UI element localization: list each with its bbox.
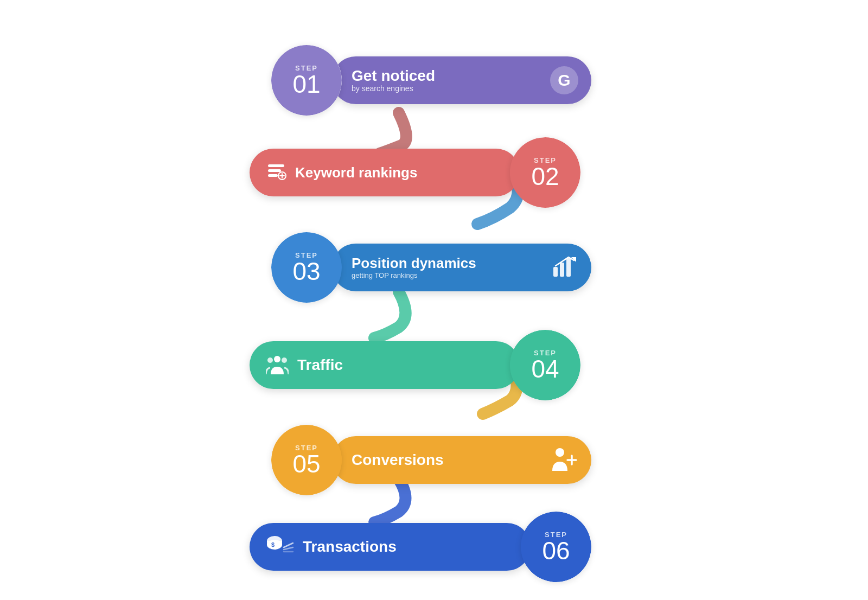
svg-rect-2 bbox=[268, 174, 278, 177]
step-05-circle: STEP 05 bbox=[271, 425, 342, 495]
step-06-title: Transactions bbox=[303, 539, 397, 556]
step-01-title: Get noticed bbox=[352, 68, 435, 85]
step-05-num: 05 bbox=[292, 451, 320, 476]
svg-line-20 bbox=[284, 543, 293, 547]
step-03-subtitle: getting TOP rankings bbox=[352, 271, 476, 279]
step-03-title: Position dynamics bbox=[352, 256, 476, 271]
step-04-num: 04 bbox=[531, 356, 559, 381]
step-06-num: 06 bbox=[542, 538, 570, 563]
svg-text:$: $ bbox=[271, 541, 275, 548]
svg-rect-7 bbox=[560, 263, 564, 277]
step-02-circle: STEP 02 bbox=[510, 137, 580, 208]
step-06-pill: $ Transactions bbox=[250, 523, 531, 571]
step-02-num: 02 bbox=[531, 164, 559, 189]
svg-rect-8 bbox=[566, 258, 571, 277]
svg-rect-0 bbox=[268, 164, 284, 167]
step-01-row: STEP 01 Get noticed by search engines G bbox=[271, 45, 591, 116]
step-06-circle: STEP 06 bbox=[521, 512, 591, 582]
step-02-pill: Keyword rankings bbox=[250, 149, 520, 196]
step-03-num: 03 bbox=[292, 259, 320, 284]
step-06-row: $ Transactions STEP 06 bbox=[250, 512, 591, 582]
step-01-circle: STEP 01 bbox=[271, 45, 342, 116]
svg-rect-6 bbox=[553, 267, 558, 277]
step-05-pill: Conversions bbox=[332, 436, 591, 484]
transactions-icon: $ bbox=[266, 535, 294, 558]
step-03-pill: Position dynamics getting TOP rankings bbox=[332, 244, 591, 291]
svg-rect-1 bbox=[268, 169, 281, 172]
step-04-title: Traffic bbox=[297, 357, 343, 374]
google-icon: G bbox=[550, 66, 578, 94]
svg-point-13 bbox=[556, 448, 564, 457]
step-04-row: Traffic STEP 04 bbox=[250, 330, 580, 400]
svg-point-10 bbox=[274, 356, 280, 362]
svg-point-12 bbox=[282, 358, 287, 363]
svg-line-21 bbox=[284, 547, 293, 550]
infographic: STEP 01 Get noticed by search engines G bbox=[244, 34, 624, 566]
step-01-subtitle: by search engines bbox=[352, 84, 435, 93]
step-03-circle: STEP 03 bbox=[271, 232, 342, 303]
step-01-num: 01 bbox=[292, 72, 320, 97]
step-03-text: Position dynamics getting TOP rankings bbox=[352, 256, 476, 279]
traffic-icon bbox=[266, 354, 289, 376]
step-02-title: Keyword rankings bbox=[295, 165, 417, 181]
step-02-row: Keyword rankings STEP 02 bbox=[250, 137, 580, 208]
step-01-pill: Get noticed by search engines G bbox=[332, 56, 591, 104]
step-01-text: Get noticed by search engines bbox=[352, 68, 435, 93]
chart-icon bbox=[544, 255, 578, 280]
step-04-circle: STEP 04 bbox=[510, 330, 580, 400]
step-04-pill: Traffic bbox=[250, 341, 520, 389]
step-05-row: STEP 05 Conversions bbox=[271, 425, 591, 495]
keyword-icon bbox=[266, 161, 286, 185]
step-03-row: STEP 03 Position dynamics getting TOP ra… bbox=[271, 232, 591, 303]
step-05-title: Conversions bbox=[352, 452, 444, 469]
conversion-icon bbox=[541, 447, 578, 473]
svg-point-11 bbox=[267, 358, 273, 363]
